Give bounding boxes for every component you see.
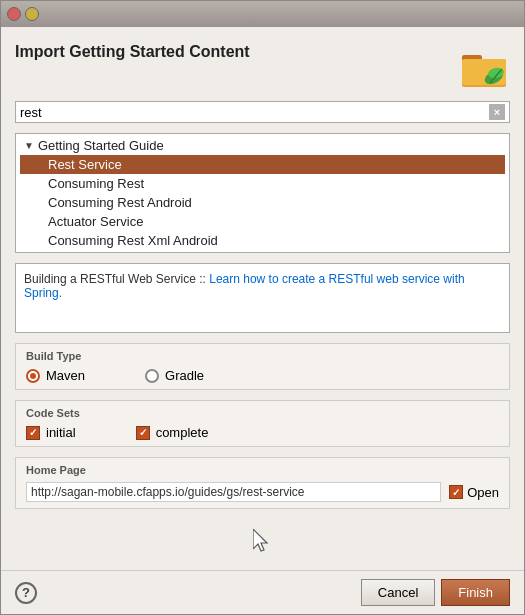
code-sets-section: Code Sets ✓ initial ✓ complete xyxy=(15,400,510,447)
open-checkbox-box[interactable]: ✓ xyxy=(449,485,463,499)
homepage-url-input[interactable] xyxy=(26,482,441,502)
tree-parent-getting-started[interactable]: ▼ Getting Started Guide xyxy=(20,136,505,155)
build-type-section: Build Type Maven Gradle xyxy=(15,343,510,390)
checkbox-complete-label: complete xyxy=(156,425,209,440)
tree-expand-arrow: ▼ xyxy=(24,140,34,151)
finish-button[interactable]: Finish xyxy=(441,579,510,606)
dialog-header: Import Getting Started Content xyxy=(15,43,510,91)
tree-panel: ▼ Getting Started Guide Rest Service Con… xyxy=(15,133,510,253)
checkbox-initial[interactable]: ✓ initial xyxy=(26,425,76,440)
search-input[interactable] xyxy=(20,105,485,120)
checkbox-initial-check: ✓ xyxy=(29,427,37,438)
open-checkbox-check: ✓ xyxy=(452,487,460,498)
checkbox-initial-box[interactable]: ✓ xyxy=(26,426,40,440)
title-bar xyxy=(1,1,524,27)
checkbox-complete[interactable]: ✓ complete xyxy=(136,425,209,440)
cursor-area xyxy=(15,519,510,558)
radio-maven[interactable]: Maven xyxy=(26,368,85,383)
dialog-content: Import Getting Started Content × xyxy=(1,27,524,570)
search-row: × xyxy=(15,101,510,123)
tree-item-consuming-rest[interactable]: Consuming Rest xyxy=(20,174,505,193)
checkbox-initial-label: initial xyxy=(46,425,76,440)
tree-item-consuming-rest-android[interactable]: Consuming Rest Android xyxy=(20,193,505,212)
radio-gradle-button[interactable] xyxy=(145,369,159,383)
dialog-title: Import Getting Started Content xyxy=(15,43,250,61)
open-checkbox-label: Open xyxy=(467,485,499,500)
radio-maven-button[interactable] xyxy=(26,369,40,383)
tree-item-rest-service[interactable]: Rest Service xyxy=(20,155,505,174)
checkbox-complete-check: ✓ xyxy=(139,427,147,438)
minimize-button[interactable] xyxy=(25,7,39,21)
radio-gradle[interactable]: Gradle xyxy=(145,368,204,383)
radio-maven-inner xyxy=(30,373,36,379)
checkbox-complete-box[interactable]: ✓ xyxy=(136,426,150,440)
footer-buttons: Cancel Finish xyxy=(361,579,510,606)
close-button[interactable] xyxy=(7,7,21,21)
build-type-label: Build Type xyxy=(26,350,499,362)
home-page-label: Home Page xyxy=(26,464,499,476)
radio-maven-label: Maven xyxy=(46,368,85,383)
homepage-row: ✓ Open xyxy=(26,482,499,502)
description-text-prefix: Building a RESTful Web Service :: xyxy=(24,272,209,286)
help-button[interactable]: ? xyxy=(15,582,37,604)
open-checkbox[interactable]: ✓ Open xyxy=(449,485,499,500)
code-sets-label: Code Sets xyxy=(26,407,499,419)
cursor-icon xyxy=(253,529,273,553)
main-window: Import Getting Started Content × xyxy=(0,0,525,615)
search-clear-button[interactable]: × xyxy=(489,104,505,120)
cancel-button[interactable]: Cancel xyxy=(361,579,435,606)
build-type-options: Maven Gradle xyxy=(26,368,499,383)
tree-parent-label: Getting Started Guide xyxy=(38,138,164,153)
tree-item-actuator-service[interactable]: Actuator Service xyxy=(20,212,505,231)
radio-gradle-label: Gradle xyxy=(165,368,204,383)
folder-icon xyxy=(458,43,510,91)
home-page-section: Home Page ✓ Open xyxy=(15,457,510,509)
tree-item-consuming-rest-xml[interactable]: Consuming Rest Xml Android xyxy=(20,231,505,250)
tree-section: ▼ Getting Started Guide Rest Service Con… xyxy=(16,134,509,252)
code-sets-options: ✓ initial ✓ complete xyxy=(26,425,499,440)
description-panel: Building a RESTful Web Service :: Learn … xyxy=(15,263,510,333)
svg-marker-6 xyxy=(253,529,267,551)
dialog-footer: ? Cancel Finish xyxy=(1,570,524,614)
